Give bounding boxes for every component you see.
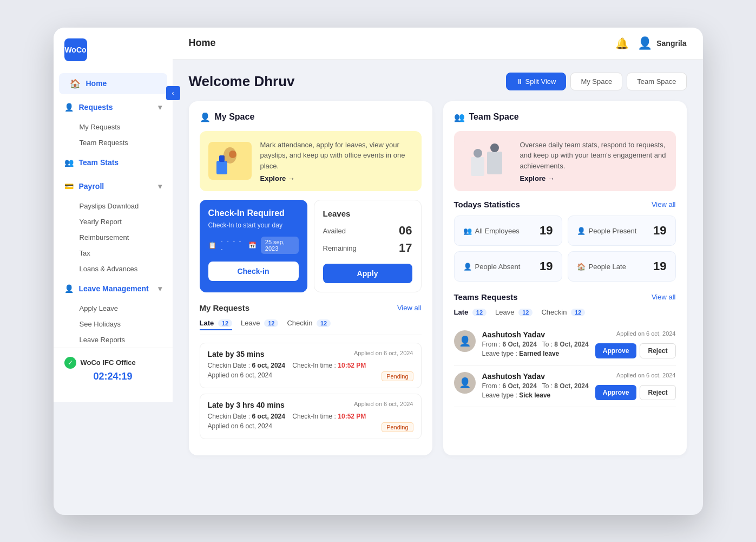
sidebar-item-payroll[interactable]: 💳 Payroll ▾ [54,177,173,196]
request-item-2: Late by 3 hrs 40 mins Applied on 6 oct, … [200,394,422,439]
svg-rect-4 [471,157,484,176]
team-req-tab-late[interactable]: Late 12 [454,308,487,316]
teams-requests-title: Teams Requests [454,292,518,302]
leaves-remaining-value: 17 [399,241,412,255]
split-view-tab[interactable]: ⏸ Split View [506,73,566,90]
req-tab-late-badge: 12 [218,319,232,327]
todays-stats-header: Todays Statistics View all [454,200,676,209]
sidebar-footer: ✓ WoCo IFC Office 02:24:19 [54,348,173,391]
req-tab-late[interactable]: Late 12 [200,319,233,330]
request-item: Late by 35 mins Applied on 6 oct, 2024 C… [200,343,422,388]
leave-icon: 👤 [64,284,74,293]
sidebar-item-my-requests[interactable]: My Requests [54,119,173,135]
my-space-banner: Mark attendance, apply for leaves, view … [200,131,422,192]
team-icon: 👥 [64,158,74,167]
req-title-2: Late by 3 hrs 40 mins [208,401,285,409]
req-tab-leave-badge: 12 [264,319,278,327]
team-req-btn-row-1: Approve Reject [595,343,676,358]
team-req-tab-checkin-badge: 12 [571,309,585,316]
todays-stats-view-all[interactable]: View all [652,200,676,208]
team-req-tabs: Late 12 Leave 12 Checkin 12 [454,308,676,316]
my-requests-view-all[interactable]: View all [397,304,422,312]
req-tab-checkin[interactable]: Checkin 12 [287,319,331,330]
my-space-tab[interactable]: My Space [570,73,622,90]
user-menu[interactable]: 👤 Sangrila [637,36,686,50]
team-req-applied-2: Applied on 6 oct, 2024 [616,372,675,378]
sidebar: WoCo 🏠 Home 👤 Requests ▾ My Requests Tea… [54,28,173,402]
team-space-tab[interactable]: Team Space [627,73,686,90]
sidebar-item-requests[interactable]: 👤 Requests ▾ [54,97,173,117]
user-avatar-icon: 👤 [637,36,652,50]
leaves-remaining-label: Remaining [323,244,357,252]
late-icon: 🏠 [577,263,586,271]
my-requests-section: My Requests View all Late 12 Leave 12 [200,303,422,439]
sidebar-collapse-button[interactable]: ‹ [166,86,180,100]
req-applied-2: Applied on 6 oct, 2024 [354,401,413,407]
sidebar-item-reimbursement[interactable]: Reimbursement [54,230,173,245]
sidebar-item-team-stats[interactable]: 👥 Team Stats [54,153,173,172]
team-req-actions-1: Applied on 6 oct, 2024 Approve Reject [595,330,676,358]
home-icon: 🏠 [70,79,81,89]
svg-rect-0 [216,161,227,174]
sidebar-item-loans[interactable]: Loans & Advances [54,261,173,277]
sidebar-logo: WoCo [54,38,173,72]
checkin-subtitle: Check-In to start your day [208,221,299,229]
team-space-icon: 👥 [454,112,465,122]
team-space-explore-link[interactable]: Explore → [520,174,667,182]
absent-icon: 👤 [463,263,472,271]
sidebar-item-tax[interactable]: Tax [54,245,173,261]
req-item-header-1: Late by 35 mins Applied on 6 oct, 2024 [208,350,413,358]
sidebar-item-apply-leave[interactable]: Apply Leave [54,301,173,316]
page-title: Home [189,37,216,49]
request-tabs: Late 12 Leave 12 Checkin 12 [200,319,422,335]
stat-people-late: 🏠 People Late 19 [568,251,676,282]
status-badge-2: Pending [382,422,413,432]
team-req-tab-leave[interactable]: Leave 12 [495,308,533,316]
team-space-card: 👥 Team Space [443,101,687,456]
sidebar-item-holidays[interactable]: See Holidays [54,316,173,332]
employees-icon: 👥 [463,227,472,235]
person-icon: 👤 [200,112,211,122]
sidebar-item-yearly[interactable]: Yearly Report [54,214,173,230]
user-name: Sangrila [656,39,686,48]
notifications-button[interactable]: 🔔 [615,37,629,50]
apply-leave-button[interactable]: Apply [323,264,412,283]
office-status-dot: ✓ [64,357,76,369]
stat-people-present-label: 👤 People Present [577,227,637,235]
team-req-type-2: Leave type : Sick leave [482,391,589,399]
team-req-tab-checkin[interactable]: Checkin 12 [541,308,585,316]
stat-all-employees-value: 19 [540,224,553,238]
sidebar-item-team-requests[interactable]: Team Requests [54,135,173,151]
my-space-illustration [208,142,252,180]
stat-people-late-label: 🏠 People Late [577,263,626,271]
office-name: WoCo IFC Office [81,358,136,367]
checkin-button[interactable]: Check-in [208,262,299,281]
sidebar-item-payslips[interactable]: Payslips Download [54,198,173,214]
teams-requests-view-all[interactable]: View all [652,293,676,301]
checkin-time-row: 📋 - - - - - 📅 25 sep, 2023 [208,237,299,254]
reject-button-1[interactable]: Reject [640,343,675,358]
my-space-explore-link[interactable]: Explore → [260,174,413,182]
team-space-banner-text: Oversee daily team stats, respond to req… [520,140,667,172]
dashboard: Welcome Dhruv ⏸ Split View My Space Team… [173,60,703,515]
approve-button-2[interactable]: Approve [595,385,637,400]
approve-button-1[interactable]: Approve [595,343,637,358]
req-detail-2b: Applied on 6 oct, 2024 Pending [208,422,413,430]
reject-button-2[interactable]: Reject [640,385,675,400]
stat-people-present-value: 19 [653,224,666,238]
req-applied-1: Applied on 6 oct, 2024 [354,350,413,356]
sidebar-item-home[interactable]: 🏠 Home [59,73,167,94]
user-icon: 👤 [64,103,74,112]
teams-requests-header: Teams Requests View all [454,292,676,302]
req-tab-leave[interactable]: Leave 12 [241,319,278,330]
calendar2-icon: 📅 [248,241,257,249]
team-req-applied-1: Applied on 6 oct, 2024 [616,330,675,337]
req-tab-checkin-badge: 12 [317,319,331,327]
my-space-card: 👤 My Space [189,101,432,456]
payroll-icon: 💳 [64,182,74,191]
sidebar-item-leave-reports[interactable]: Leave Reports [54,332,173,348]
topbar: Home 🔔 👤 Sangrila [173,28,703,60]
team-req-name-1: Aashutosh Yadav [482,330,589,339]
leaves-title: Leaves [323,209,412,218]
sidebar-item-leave-mgmt[interactable]: 👤 Leave Management ▾ [54,279,173,298]
